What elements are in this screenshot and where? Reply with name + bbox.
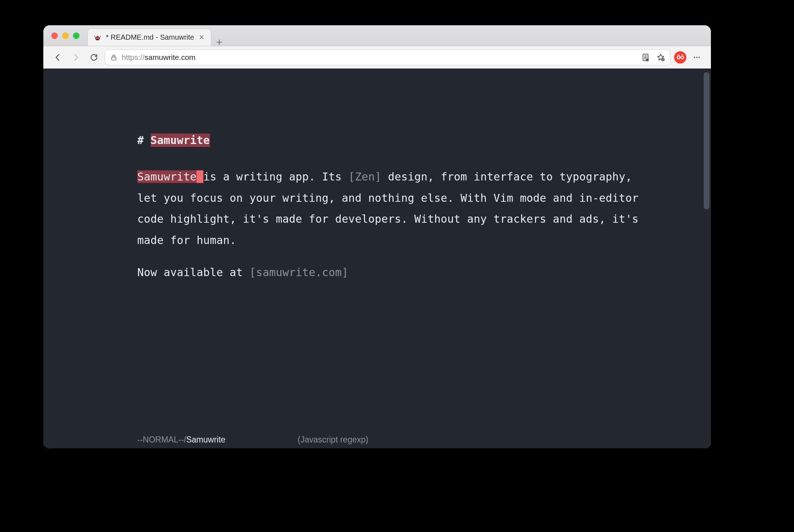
markdown-heading-text: Samuwrite	[151, 134, 210, 147]
window-controls	[43, 25, 87, 46]
minimize-window-button[interactable]	[62, 32, 69, 39]
tabs: * README.md - Samuwrite	[87, 25, 711, 46]
address-bar[interactable]: https://samuwrite.com	[105, 49, 670, 65]
scrollbar-thumb[interactable]	[704, 72, 709, 209]
paragraph-1-seg1: is a writing app. Its	[203, 170, 349, 183]
forward-button[interactable]	[69, 50, 83, 65]
paragraph-2-seg1: Now available at	[137, 266, 249, 279]
vim-cursor	[197, 170, 203, 183]
page-viewport: # Samuwrite Samuwrite is a writing app. …	[43, 69, 711, 448]
vim-search-term: Samuwrite	[186, 435, 225, 445]
svg-point-1	[98, 38, 99, 39]
lock-icon	[110, 54, 117, 61]
url-host: samuwrite.com	[144, 53, 195, 62]
close-window-button[interactable]	[51, 32, 58, 39]
vim-mode: --NORMAL--/	[137, 435, 186, 445]
close-tab-button[interactable]	[199, 34, 204, 42]
vim-search-variant: (Javascript regexp)	[298, 435, 368, 445]
tab-active[interactable]: * README.md - Samuwrite	[87, 29, 211, 46]
link-zen: [Zen]	[348, 170, 381, 183]
bookmark-button[interactable]	[656, 53, 665, 62]
reader-mode-button[interactable]	[641, 53, 650, 62]
overflow-menu-button[interactable]	[690, 51, 704, 64]
extension-badge[interactable]: ôō	[674, 51, 686, 64]
samurai-favicon	[94, 34, 102, 42]
search-match: Samuwrite	[137, 170, 197, 183]
refresh-button[interactable]	[87, 50, 101, 65]
vim-status-bar: --NORMAL--/ Samuwrite (Javascript regexp…	[43, 431, 711, 448]
back-button[interactable]	[51, 50, 65, 65]
svg-point-7	[696, 57, 698, 58]
paragraph-2: Now available at [samuwrite.com]	[137, 262, 653, 283]
svg-point-6	[694, 57, 695, 58]
heading-line: # Samuwrite	[137, 130, 653, 151]
tab-title: * README.md - Samuwrite	[106, 33, 194, 42]
editor-area[interactable]: # Samuwrite Samuwrite is a writing app. …	[43, 69, 711, 448]
link-samuwrite: [samuwrite.com]	[249, 266, 348, 279]
browser-window: * README.md - Samuwrite	[43, 25, 711, 448]
markdown-heading-marker: #	[137, 134, 151, 147]
svg-rect-2	[112, 57, 116, 60]
editor-content[interactable]: # Samuwrite Samuwrite is a writing app. …	[137, 130, 653, 427]
toolbar: https://samuwrite.com ôō	[43, 46, 711, 69]
url-text: https://samuwrite.com	[122, 53, 637, 62]
new-tab-button[interactable]	[211, 39, 227, 46]
svg-point-0	[96, 38, 97, 39]
titlebar: * README.md - Samuwrite	[43, 25, 711, 46]
svg-point-8	[699, 57, 700, 58]
zoom-window-button[interactable]	[73, 32, 79, 39]
extension-badge-text: ôō	[677, 53, 684, 61]
paragraph-1: Samuwrite is a writing app. Its [Zen] de…	[137, 166, 653, 251]
url-scheme: https://	[122, 53, 144, 62]
